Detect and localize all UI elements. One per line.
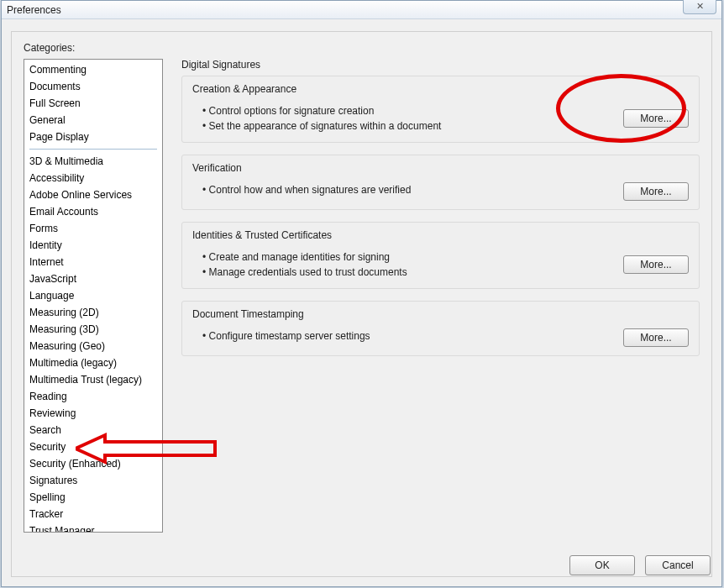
- category-item[interactable]: Measuring (3D): [24, 321, 162, 338]
- category-item[interactable]: Measuring (2D): [24, 304, 162, 321]
- categories-label: Categories:: [24, 42, 700, 54]
- preferences-dialog: Preferences ✕ Categories: Commenting Doc…: [1, 0, 722, 587]
- category-item[interactable]: Commenting: [24, 61, 162, 78]
- bullet: Create and manage identities for signing: [202, 249, 615, 265]
- window-title: Preferences: [7, 4, 61, 16]
- category-item[interactable]: General: [24, 112, 162, 129]
- more-button-verification[interactable]: More...: [623, 182, 689, 201]
- more-button-creation[interactable]: More...: [623, 109, 689, 128]
- panel-bullets: Control options for signature creation S…: [192, 103, 615, 134]
- category-item[interactable]: Tracker: [24, 506, 162, 522]
- category-item[interactable]: Multimedia Trust (legacy): [24, 371, 162, 388]
- category-item[interactable]: Security: [24, 438, 162, 455]
- panel-title: Identities & Trusted Certificates: [192, 229, 689, 241]
- panel-title: Creation & Appearance: [192, 83, 689, 95]
- content-row: Commenting Documents Full Screen General…: [24, 59, 700, 533]
- panel-verification: Verification Control how and when signat…: [181, 155, 700, 210]
- panel-bullets: Create and manage identities for signing…: [192, 249, 615, 280]
- category-item[interactable]: Full Screen: [24, 95, 162, 112]
- more-button-identities[interactable]: More...: [623, 255, 689, 274]
- category-item[interactable]: Page Display: [24, 129, 162, 145]
- category-item[interactable]: Reviewing: [24, 405, 162, 422]
- category-item[interactable]: Accessibility: [24, 170, 162, 186]
- more-button-timestamp[interactable]: More...: [623, 328, 689, 347]
- category-item[interactable]: 3D & Multimedia: [24, 153, 162, 170]
- cancel-button[interactable]: Cancel: [645, 555, 711, 575]
- category-item[interactable]: Reading: [24, 388, 162, 405]
- panel-title: Document Timestamping: [192, 308, 689, 320]
- panel-timestamping: Document Timestamping Configure timestam…: [181, 301, 700, 356]
- category-item[interactable]: Identity: [24, 237, 162, 254]
- panel-identities: Identities & Trusted Certificates Create…: [181, 222, 700, 289]
- category-item[interactable]: Forms: [24, 220, 162, 237]
- category-item[interactable]: Email Accounts: [24, 203, 162, 220]
- category-item[interactable]: Measuring (Geo): [24, 338, 162, 354]
- category-divider: [29, 149, 157, 150]
- panel-bullets: Control how and when signatures are veri…: [192, 182, 615, 197]
- dialog-body: Categories: Commenting Documents Full Sc…: [11, 31, 712, 577]
- category-item-signatures[interactable]: Signatures: [24, 472, 162, 489]
- categories-list[interactable]: Commenting Documents Full Screen General…: [24, 59, 163, 533]
- ok-button[interactable]: OK: [569, 555, 635, 575]
- category-item[interactable]: Documents: [24, 78, 162, 95]
- panel-bullets: Configure timestamp server settings: [192, 328, 615, 344]
- close-icon: ✕: [696, 1, 704, 12]
- category-item[interactable]: Trust Manager: [24, 522, 162, 533]
- bullet: Manage credentials used to trust documen…: [202, 265, 615, 280]
- panel-creation-appearance: Creation & Appearance Control options fo…: [181, 76, 700, 143]
- section-title: Digital Signatures: [181, 59, 700, 71]
- category-item[interactable]: JavaScript: [24, 270, 162, 287]
- category-item[interactable]: Internet: [24, 254, 162, 270]
- category-item[interactable]: Language: [24, 287, 162, 304]
- bullet: Control how and when signatures are veri…: [202, 182, 615, 197]
- right-pane: Digital Signatures Creation & Appearance…: [181, 59, 700, 533]
- panel-title: Verification: [192, 162, 689, 174]
- bullet: Set the appearance of signatures within …: [202, 118, 615, 134]
- category-item[interactable]: Multimedia (legacy): [24, 354, 162, 371]
- bullet: Control options for signature creation: [202, 103, 615, 118]
- category-item[interactable]: Security (Enhanced): [24, 455, 162, 472]
- titlebar: Preferences ✕: [2, 1, 721, 19]
- bullet: Configure timestamp server settings: [202, 328, 615, 344]
- dialog-footer: OK Cancel: [569, 555, 711, 575]
- close-button[interactable]: ✕: [683, 0, 716, 14]
- category-item[interactable]: Spelling: [24, 489, 162, 506]
- category-item[interactable]: Search: [24, 422, 162, 438]
- category-item[interactable]: Adobe Online Services: [24, 186, 162, 203]
